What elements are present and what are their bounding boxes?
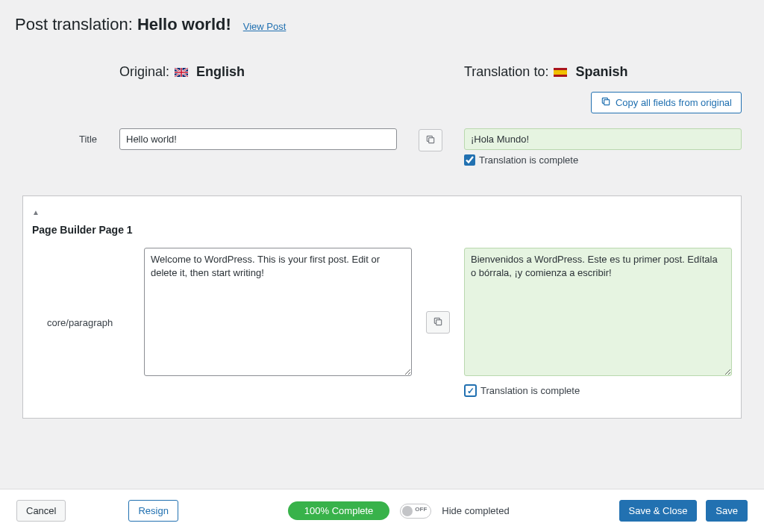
uk-flag-icon <box>175 65 188 74</box>
page-title-post: Hello world! <box>137 15 231 34</box>
hide-completed-toggle[interactable]: OFF <box>400 504 431 519</box>
paragraph-complete-label: Translation is complete <box>480 385 580 396</box>
copy-icon <box>425 134 436 147</box>
page-title-prefix: Post translation: <box>15 15 137 34</box>
cancel-button[interactable]: Cancel <box>16 500 66 522</box>
content-section: ▲ Page Builder Page 1 core/paragraph ✓ T… <box>22 195 742 419</box>
toggle-knob-icon <box>402 506 413 516</box>
checkbox-checked-icon: ✓ <box>464 384 477 397</box>
hide-completed-label: Hide completed <box>442 505 509 516</box>
toggle-off-label: OFF <box>415 506 427 513</box>
copy-all-icon <box>601 96 611 109</box>
translation-column-header: Translation to: Spanish <box>464 64 742 80</box>
copy-all-button[interactable]: Copy all fields from original <box>591 92 742 113</box>
paragraph-row: core/paragraph ✓ Translation is complete <box>31 248 733 397</box>
copy-all-label: Copy all fields from original <box>616 97 732 108</box>
title-complete-input[interactable] <box>464 154 475 166</box>
translation-label: Translation to: <box>464 64 548 79</box>
collapse-caret-icon[interactable]: ▲ <box>31 207 733 221</box>
svg-rect-4 <box>429 137 434 143</box>
title-translation-input[interactable] <box>464 128 742 150</box>
svg-rect-2 <box>554 70 567 75</box>
original-label: Original: <box>119 64 169 79</box>
copy-title-button[interactable] <box>419 129 442 151</box>
paragraph-translation-textarea[interactable] <box>464 248 732 376</box>
editor-footer: Cancel Resign 100% Complete OFF Hide com… <box>0 489 764 532</box>
translation-lang: Spanish <box>575 64 627 79</box>
progress-indicator: 100% Complete <box>288 501 390 520</box>
language-columns-header: Original: English Translation to: Spanis… <box>0 42 764 87</box>
save-button[interactable]: Save <box>706 500 748 522</box>
title-complete-checkbox[interactable]: Translation is complete <box>464 154 742 166</box>
section-title: Page Builder Page 1 <box>31 221 733 248</box>
paragraph-type-label: core/paragraph <box>32 248 144 397</box>
resign-button[interactable]: Resign <box>128 500 178 522</box>
svg-rect-3 <box>604 100 610 105</box>
title-field-row: Title Translation is complete <box>0 124 764 173</box>
view-post-link[interactable]: View Post <box>243 21 286 32</box>
spain-flag-icon <box>554 65 567 74</box>
title-complete-label: Translation is complete <box>479 154 578 166</box>
original-column-header: Original: English <box>119 64 397 80</box>
copy-paragraph-button[interactable] <box>426 311 450 334</box>
original-lang: English <box>196 64 245 79</box>
paragraph-complete-checkbox[interactable]: ✓ Translation is complete <box>464 384 732 397</box>
page-header: Post translation: Hello world! View Post <box>0 0 764 42</box>
svg-rect-5 <box>436 319 442 325</box>
copy-icon <box>433 316 443 329</box>
title-label: Title <box>22 128 119 145</box>
title-original-input[interactable] <box>119 128 397 150</box>
page-title: Post translation: Hello world! <box>15 15 231 34</box>
save-close-button[interactable]: Save & Close <box>619 500 698 522</box>
paragraph-original-textarea[interactable] <box>144 248 412 376</box>
